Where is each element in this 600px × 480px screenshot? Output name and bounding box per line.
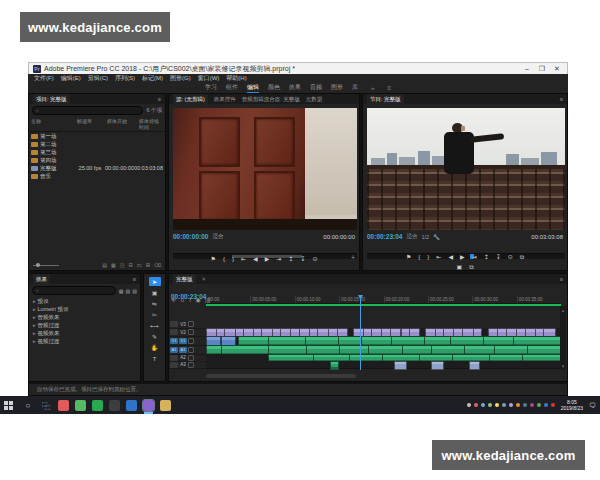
toggle-track-output-icon[interactable] [188, 329, 194, 335]
tray-icon[interactable] [467, 403, 471, 407]
notification-center-icon[interactable]: 🗨 [589, 402, 596, 409]
source-patch[interactable] [170, 329, 178, 335]
transport-button[interactable]: } [232, 256, 234, 262]
menu-item[interactable]: 编辑(E) [61, 74, 81, 83]
effects-category-row[interactable]: ▸ Lumetri 预设 [29, 305, 140, 313]
taskbar-clock[interactable]: 8:05 2019/8/23 [561, 399, 583, 412]
menu-item[interactable]: 标记(M) [142, 74, 163, 83]
project-column-headers[interactable]: 名称 帧速率 媒体开始 媒体持续时间 [29, 117, 165, 132]
panel-menu-icon[interactable]: ≡ [133, 276, 136, 282]
taskbar-app-icon[interactable] [126, 400, 137, 411]
project-footer-icon[interactable]: ◳ [120, 262, 125, 268]
taskbar-app-icon[interactable] [109, 400, 120, 411]
monitor-tab[interactable]: 音频剪辑混合器: 完整版 [242, 96, 300, 103]
project-row[interactable]: 音乐 [29, 172, 165, 180]
tray-icon[interactable] [516, 403, 520, 407]
fit-dropdown[interactable]: 适合 [212, 233, 223, 240]
transport-button[interactable]: ⚑ [406, 254, 411, 260]
tool-button[interactable]: ⟷ [149, 321, 161, 330]
effects-category-row[interactable]: ▸ 预设 [29, 297, 140, 305]
taskbar-app-icon[interactable] [75, 400, 86, 411]
tray-icon[interactable] [481, 403, 485, 407]
transport-button[interactable]: ⇤ [436, 254, 441, 260]
mute-track-icon[interactable] [188, 347, 194, 353]
zoom-slider[interactable] [33, 265, 59, 266]
source-patch[interactable]: A1 [170, 347, 178, 353]
column-name[interactable]: 名称 [31, 118, 77, 130]
column-duration[interactable]: 媒体持续时间 [139, 118, 163, 130]
tray-icon[interactable] [509, 403, 513, 407]
transport-button[interactable]: { [418, 254, 420, 260]
tray-icon[interactable] [488, 403, 492, 407]
source-patch[interactable] [170, 355, 178, 361]
workspace-tab[interactable]: 库 [352, 83, 358, 93]
maximize-button[interactable]: ❐ [536, 65, 548, 73]
scroll-down-icon[interactable]: ▾ [562, 363, 565, 369]
transport-button[interactable]: ⇤ [241, 256, 246, 262]
menu-item[interactable]: 序列(S) [115, 74, 135, 83]
timeline-toolbar-icon[interactable]: ◉ [195, 296, 200, 303]
project-footer-icon[interactable]: ⌫ [154, 262, 161, 268]
workspace-tab[interactable]: 颜色 [268, 83, 280, 93]
workspace-tab[interactable]: 音频 [310, 83, 322, 93]
minimize-button[interactable]: – [521, 65, 533, 72]
fit-dropdown[interactable]: 适合 [406, 233, 417, 240]
transport-button[interactable]: ◀ [253, 256, 258, 262]
timeline-clip[interactable] [469, 361, 480, 370]
settings-wrench-icon[interactable]: 🔧 [433, 234, 440, 240]
button-editor-plus[interactable]: + [351, 254, 355, 261]
tray-icon[interactable] [495, 403, 499, 407]
mute-track-icon[interactable] [188, 355, 194, 361]
transport-button[interactable]: ⚑ [211, 256, 216, 262]
menu-item[interactable]: 剪辑(C) [88, 74, 108, 83]
project-row[interactable]: 第四场 [29, 156, 165, 164]
effects-filter-icon[interactable]: ▧ [132, 288, 137, 294]
tray-icon[interactable] [523, 403, 527, 407]
timeline-vertical-scrollbar[interactable]: ▴ ▾ [560, 306, 566, 370]
transport-button[interactable]: ▶ [460, 254, 465, 260]
twirl-icon[interactable]: ▸ [33, 298, 36, 304]
effects-category-row[interactable]: ▸ 视频过渡 [29, 337, 140, 345]
tray-icon[interactable] [502, 403, 506, 407]
source-patch[interactable] [170, 362, 178, 368]
transport-button[interactable]: ⊙ [508, 254, 513, 260]
transport-button[interactable]: ↥ [484, 254, 489, 260]
monitor-tab[interactable]: 源: (无剪辑) [173, 94, 208, 104]
workspace-tab[interactable]: 学习 [205, 83, 217, 93]
menu-item[interactable]: 帮助(H) [226, 74, 246, 83]
track-a3[interactable] [206, 361, 561, 369]
timeline-horizontal-scrollbar[interactable] [206, 374, 356, 378]
tray-icon[interactable] [544, 403, 548, 407]
panel-menu-icon[interactable]: ≡ [560, 96, 563, 102]
toggle-track-output-icon[interactable] [188, 338, 194, 344]
project-row[interactable]: 第一场 [29, 132, 165, 140]
transport-button[interactable]: ⧉ [520, 254, 524, 260]
source-patch[interactable]: V1 [170, 338, 178, 344]
project-row[interactable]: 第二场 [29, 140, 165, 148]
menu-item[interactable]: 文件(F) [34, 74, 54, 83]
transport-button[interactable]: ⊙ [312, 256, 317, 262]
twirl-icon[interactable]: ▸ [33, 314, 36, 320]
track-target[interactable]: V1 [179, 338, 187, 344]
project-row[interactable]: 第三场 [29, 148, 165, 156]
tool-button[interactable]: ✂ [149, 310, 161, 319]
timeline-clip[interactable] [330, 361, 339, 370]
timeline-ruler[interactable]: 00:0000:00:05:0000:00:10:0000:00:15:0000… [206, 295, 561, 304]
project-footer-icon[interactable]: ⊟ [129, 262, 133, 268]
transport-button[interactable]: } [427, 254, 429, 260]
tray-icon[interactable] [530, 403, 534, 407]
transport-button[interactable]: ↧ [300, 256, 305, 262]
transport-button[interactable]: ↥ [288, 256, 293, 262]
twirl-icon[interactable]: ▸ [33, 306, 36, 312]
workspace-menu-icon[interactable]: ≡ [387, 85, 391, 91]
tool-button[interactable]: T [149, 354, 161, 363]
transport-button[interactable]: ⧉ [469, 264, 473, 270]
effects-filter-icon[interactable]: ▨ [126, 288, 131, 294]
workspace-tab[interactable]: 效果 [289, 83, 301, 93]
tool-button[interactable]: ▣ [149, 288, 161, 297]
taskbar-app-icon[interactable] [160, 400, 171, 411]
transport-button[interactable]: ⇥ [472, 254, 477, 260]
column-fps[interactable]: 帧速率 [77, 118, 107, 130]
task-view-button[interactable]: ⿻ [40, 400, 52, 411]
transport-button[interactable]: ◀ [448, 254, 453, 260]
